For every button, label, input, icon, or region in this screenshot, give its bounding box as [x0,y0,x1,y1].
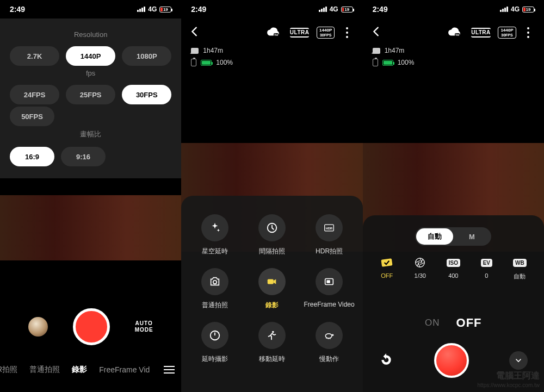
ev-icon: EV [479,257,494,269]
mode-slowmo[interactable]: 慢動作 [302,322,356,364]
gallery-thumbnail[interactable] [28,317,48,337]
auto-mode-button[interactable]: AUTO MODE [135,320,153,333]
mode-video[interactable]: 錄影 [245,268,299,310]
camera-icon [201,268,228,295]
more-menu-icon[interactable] [344,25,350,40]
param-value: 0 [485,272,488,279]
param-toggle[interactable]: ON OFF [363,316,544,330]
ev-icon: EV [481,259,492,267]
mode-label: 慢動作 [319,354,339,364]
signal-icon [319,7,327,12]
cloud-video-icon[interactable]: Vid [442,27,468,39]
mode-label: 延時攝影 [202,354,228,364]
reset-button[interactable] [379,353,394,368]
iso-icon: ISO [447,259,460,267]
param-iso[interactable]: ISO400 [446,257,461,281]
mode-hdr-photo[interactable]: DR拍照 [0,365,17,375]
record-button[interactable] [73,308,110,345]
status-info: 1h47m 100% [373,47,415,66]
mode-video[interactable]: 錄影 [72,365,87,375]
param-value: 自動 [514,272,526,281]
seg-manual[interactable]: M [453,228,490,245]
battery-percent: 100% [398,59,415,66]
status-bar: 2:49 4G 19 [0,0,181,18]
param-shutter[interactable]: 1/30 [412,257,428,281]
fps-label: fps [10,69,171,77]
mode-label: 普通拍照 [202,301,228,310]
param-wb[interactable]: WB自動 [512,257,527,281]
param-value: 1/30 [415,272,426,279]
clock-icon [258,214,286,241]
param-stab[interactable]: OFF [379,257,394,281]
turtle-icon [316,322,343,349]
record-button[interactable] [434,343,469,378]
resolution-chip[interactable]: 1440P30FPS [313,27,339,39]
sd-card-icon [191,48,199,54]
mode-strip[interactable]: DR拍照 普通拍照 錄影 FreeFrame Vid [0,364,181,376]
mode-interval[interactable]: 間隔拍照 [245,214,299,256]
mode-label: 星空延時 [202,247,228,256]
status-network: 4G [330,5,338,13]
battery-full-icon [382,60,393,66]
battery-icon: 19 [522,7,534,13]
svg-text:Vid: Vid [455,34,459,36]
shutter-icon [412,257,428,269]
status-bar: 2:49 4G 19 [363,0,544,18]
svg-rect-8 [327,280,330,283]
svg-point-10 [272,331,274,333]
res-1080p[interactable]: 1080P [122,46,171,66]
seg-auto[interactable]: 自動 [416,228,453,245]
aspect-16-9[interactable]: 16:9 [10,147,54,166]
toggle-off[interactable]: OFF [456,316,482,330]
fps-25[interactable]: 25FPS [66,85,115,104]
aspect-9-16[interactable]: 9:16 [61,147,106,166]
mode-label: 錄影 [265,301,279,310]
fps-50[interactable]: 50FPS [10,107,54,126]
svg-rect-15 [381,258,393,267]
cloud-video-icon[interactable]: Vid [261,27,287,39]
param-ev[interactable]: EV0 [479,257,494,281]
wb-icon: WB [513,259,527,267]
mode-photo[interactable]: 普通拍照 [188,268,242,310]
fps-30[interactable]: 30FPS [122,85,171,104]
mode-hyperlapse[interactable]: 移動延時 [245,322,299,364]
ultra-button[interactable]: ULTRA [287,28,313,38]
iso-icon: ISO [446,257,461,269]
video-icon [258,268,286,295]
more-menu-icon[interactable] [525,25,531,40]
battery-full-icon [201,60,212,66]
wb-icon: WB [512,257,527,269]
toggle-on[interactable]: ON [425,318,440,328]
resolution-chip[interactable]: 1440P30FPS [494,27,520,39]
mode-hdr[interactable]: HDRHDR拍照 [302,214,356,256]
screen-manual-settings: 2:49 4G 19 Vid ULTRA 1440P30FPS [363,0,544,392]
stab-icon [379,257,394,269]
mode-freeframe[interactable]: FreeFrame Vid [99,365,150,374]
menu-icon[interactable] [162,364,177,376]
ultra-button[interactable]: ULTRA [468,28,494,38]
settings-panel: Resolution 2.7K 1440P 1080P fps 24FPS 25… [0,18,181,178]
status-network: 4G [511,5,520,13]
bottom-controls: AUTO MODE DR拍照 普通拍照 錄影 FreeFrame Vid [0,262,181,392]
auto-manual-segment[interactable]: 自動 M [415,227,491,246]
mode-freeframe[interactable]: FreeFrame Video [302,268,356,310]
signal-icon [500,7,508,12]
mode-photo[interactable]: 普通拍照 [29,365,60,375]
fps-24[interactable]: 24FPS [10,85,59,104]
param-value: OFF [381,272,393,279]
back-button[interactable] [189,26,204,40]
back-button[interactable] [370,26,386,40]
mode-timelapse[interactable]: 延時攝影 [188,322,242,364]
mode-starlapse[interactable]: 星空延時 [188,214,242,256]
res-2-7k[interactable]: 2.7K [10,46,59,66]
collapse-button[interactable] [509,351,528,370]
storage-remaining: 1h47m [203,47,223,54]
res-1440p[interactable]: 1440P [66,46,115,66]
param-value: 400 [448,272,458,279]
mode-label: HDR拍照 [316,247,343,256]
hdr-icon: HDR [316,214,343,241]
mode-picker-panel: 星空延時間隔拍照HDRHDR拍照普通拍照錄影FreeFrame Video延時攝… [181,196,362,392]
status-time: 2:49 [10,5,25,14]
freeframe-icon [316,268,343,295]
mode-label: 間隔拍照 [259,247,285,256]
